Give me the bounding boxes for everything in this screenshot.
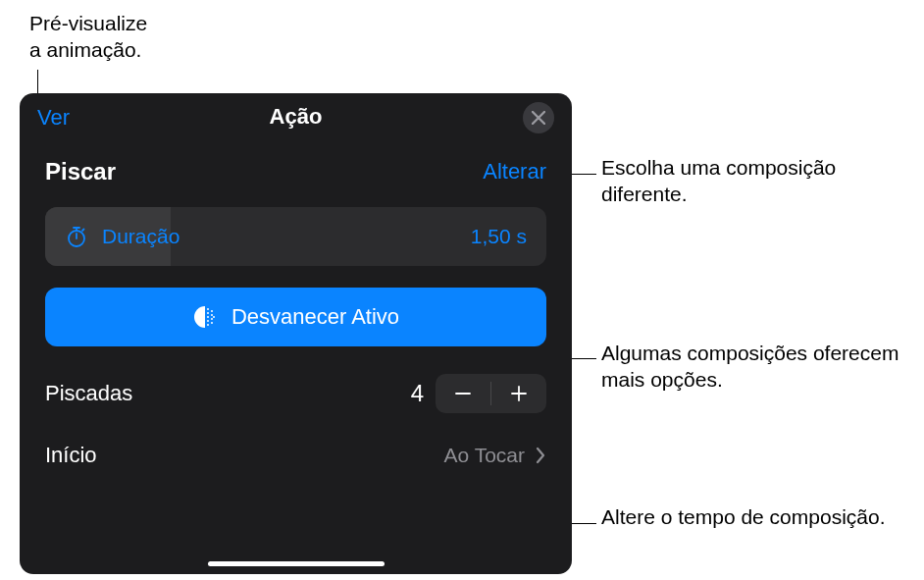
start-value: Ao Tocar (444, 444, 526, 467)
change-button[interactable]: Alterar (483, 159, 546, 185)
svg-point-12 (211, 322, 213, 324)
action-panel: Ver Ação Piscar Alterar Duração (20, 93, 572, 574)
fade-active-button[interactable]: Desvanecer Ativo (45, 288, 546, 346)
fade-label: Desvanecer Ativo (231, 304, 399, 330)
duration-label: Duração (102, 225, 180, 248)
svg-point-7 (207, 316, 209, 318)
stepper-minus-button[interactable] (436, 374, 490, 413)
svg-point-4 (211, 310, 213, 312)
start-label: Início (45, 443, 97, 468)
callout-choose: Escolha uma composição diferente. (601, 154, 905, 208)
blinks-label: Piscadas (45, 381, 132, 406)
effect-row: Piscar Alterar (20, 140, 572, 207)
blinks-value: 4 (396, 380, 424, 407)
svg-point-10 (211, 318, 213, 320)
blinks-row: Piscadas 4 (45, 374, 546, 413)
svg-point-6 (211, 314, 213, 316)
close-button[interactable] (523, 102, 554, 133)
chevron-right-icon (535, 447, 546, 464)
svg-point-8 (213, 316, 215, 318)
stopwatch-icon (65, 225, 88, 248)
close-icon (532, 111, 545, 125)
blinks-stepper (436, 374, 546, 413)
minus-icon (453, 384, 473, 403)
stepper-plus-button[interactable] (491, 374, 546, 413)
callout-options: Algumas composições oferecem mais opções… (601, 340, 915, 394)
panel-header: Ver Ação (20, 93, 572, 140)
svg-point-5 (207, 312, 209, 314)
svg-point-9 (207, 320, 209, 322)
duration-control[interactable]: Duração 1,50 s (45, 207, 546, 266)
start-row[interactable]: Início Ao Tocar (45, 443, 546, 468)
plus-icon (509, 384, 529, 403)
svg-point-2 (194, 306, 216, 328)
effect-name: Piscar (45, 158, 116, 185)
duration-value: 1,50 s (471, 225, 527, 248)
callout-timing: Altere o tempo de composição. (601, 503, 905, 530)
home-indicator (208, 561, 385, 566)
callout-preview: Pré-visualize a animação. (29, 10, 147, 64)
preview-button[interactable]: Ver (37, 105, 70, 131)
fade-icon (192, 304, 218, 330)
svg-point-3 (207, 308, 209, 310)
panel-title: Ação (270, 104, 323, 130)
svg-point-11 (207, 324, 209, 326)
